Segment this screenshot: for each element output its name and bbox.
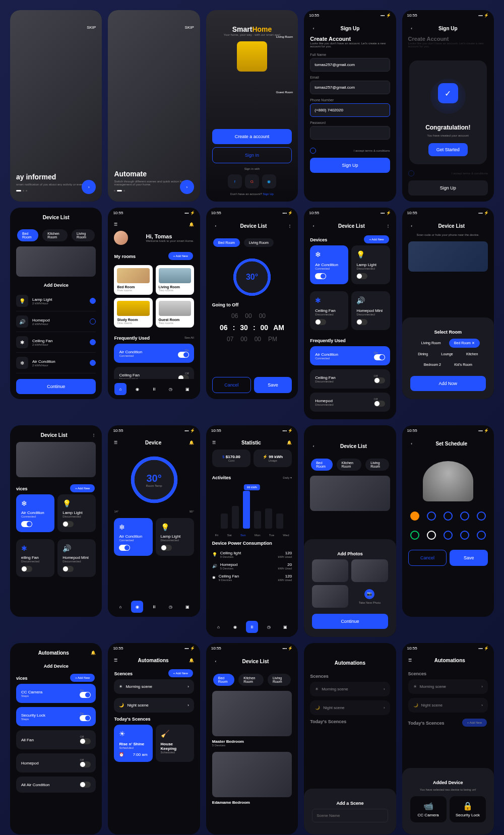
nav-devices[interactable]: ◉ xyxy=(131,601,143,613)
room-pill[interactable]: Lounge xyxy=(436,350,458,358)
nav-home[interactable]: ⌂ xyxy=(114,383,127,395)
device-fan[interactable]: ✱Ceiling Fan2 kWh/Hour xyxy=(16,332,96,353)
toggle[interactable] xyxy=(62,521,74,527)
room-card-study[interactable]: Study RoomOne rooms xyxy=(114,298,152,328)
toggle[interactable] xyxy=(80,715,91,721)
toggle[interactable] xyxy=(161,545,172,551)
toggle[interactable] xyxy=(21,521,32,527)
nav-more[interactable]: ▣ xyxy=(279,621,291,633)
room-pill-active[interactable]: Bed Room ✕ xyxy=(449,339,480,348)
photo-thumb[interactable] xyxy=(351,559,388,582)
tab-kitchen[interactable]: Kitchen Room xyxy=(42,229,68,241)
device-camera[interactable]: CC CameraStepsOn xyxy=(16,684,96,703)
scene-morning[interactable]: ☀Morning scene› xyxy=(310,682,390,696)
radio[interactable] xyxy=(90,339,96,345)
scene-morning[interactable]: ☀Morning scene› xyxy=(114,679,194,694)
name-input[interactable] xyxy=(310,58,390,72)
menu-icon[interactable]: ☰ xyxy=(114,222,117,227)
nav-home[interactable]: ⌂ xyxy=(114,601,127,613)
scene-morning[interactable]: ☀Morning scene› xyxy=(408,679,488,694)
room-card-bed[interactable]: Bed RoomFive rooms xyxy=(114,265,152,295)
device-card-fan[interactable]: ✱eiling FanDisconnected xyxy=(16,539,54,577)
menu-icon[interactable]: ☰ xyxy=(114,658,117,663)
freq-homepod[interactable]: HomepodDisconnectedOff xyxy=(310,393,390,412)
radio[interactable] xyxy=(90,318,96,325)
color-swatch[interactable] xyxy=(460,511,469,521)
room-pill[interactable]: Dining xyxy=(413,350,433,358)
color-swatch[interactable] xyxy=(444,511,453,521)
back-button[interactable]: ‹ xyxy=(310,25,317,32)
tab-bedroom[interactable]: Bed Room xyxy=(213,674,234,686)
device-homepod[interactable]: 🔊Homepod2 kWh/Hour xyxy=(16,311,96,332)
tab-bedroom[interactable]: Bed Room xyxy=(311,459,332,471)
tab-kitchen[interactable]: Kitchen Room xyxy=(337,459,362,471)
tab-bedroom[interactable]: Bed Room xyxy=(17,229,38,241)
device-all-ac[interactable]: All Air Condition xyxy=(16,777,96,793)
device-lock-card[interactable]: 🔒Security Lock xyxy=(450,796,486,822)
bell-icon[interactable]: 🔔 xyxy=(189,658,194,663)
more-icon[interactable]: ⋮ xyxy=(92,433,96,437)
room-card-guest[interactable]: Guest RoomTwo rooms xyxy=(156,298,194,328)
room-image[interactable] xyxy=(212,752,292,797)
signup-button[interactable]: Sign Up xyxy=(310,158,390,173)
device-card-ac[interactable]: ❄Air ConditionConnected xyxy=(310,245,348,284)
time-picker[interactable]: 06:30:00AM xyxy=(212,324,292,332)
room-pill[interactable]: Kid's Room xyxy=(449,360,477,369)
add-new-button[interactable]: + Add New xyxy=(364,235,389,243)
device-card-lamp[interactable]: 💡Lamp LightDisconnected xyxy=(57,494,96,532)
device-camera-card[interactable]: 📹CC Camera xyxy=(410,796,447,822)
device-card-fan[interactable]: ✱Ceiling FanDisconnected xyxy=(310,291,348,330)
scene-card-house[interactable]: 🧹House KeepingScheduled xyxy=(156,725,194,762)
freq-ac[interactable]: Air ConditionConnectedOn xyxy=(114,344,194,363)
add-new-button[interactable]: + Add New xyxy=(168,252,193,260)
nav-stats[interactable]: ⫼ xyxy=(246,621,258,633)
toggle[interactable] xyxy=(178,352,189,358)
toggle[interactable] xyxy=(374,377,385,383)
radio[interactable] xyxy=(90,360,96,366)
color-swatch[interactable] xyxy=(477,531,486,540)
color-swatch[interactable] xyxy=(410,511,419,521)
toggle[interactable] xyxy=(62,566,74,572)
more-icon[interactable]: ⋮ xyxy=(386,224,390,228)
scene-night[interactable]: 🌙Night scene› xyxy=(408,698,488,713)
temp-dial[interactable]: 30°Room Temp xyxy=(129,455,179,505)
toggle[interactable] xyxy=(119,545,130,551)
toggle[interactable] xyxy=(356,273,367,279)
back-button[interactable]: ‹ xyxy=(212,222,219,229)
color-swatch[interactable] xyxy=(427,511,436,521)
toggle[interactable] xyxy=(21,566,32,572)
add-new-button[interactable]: + Add New xyxy=(462,719,487,727)
room-pill[interactable]: Bedroom 2 xyxy=(419,360,446,369)
continue-button[interactable]: Continue xyxy=(312,614,388,629)
password-input[interactable] xyxy=(310,126,390,140)
freq-fan[interactable]: Ceiling FanDisconnectedOff xyxy=(310,369,390,389)
bell-icon[interactable]: 🔔 xyxy=(287,440,292,445)
device-lamp[interactable]: 💡Lamp Light2 kWh/Hour xyxy=(16,291,96,311)
tab-bedroom[interactable]: Bed Room xyxy=(213,238,240,247)
toggle[interactable] xyxy=(374,401,385,407)
add-now-button[interactable]: Add Now xyxy=(410,376,486,391)
nav-devices[interactable]: ◉ xyxy=(131,383,143,395)
get-started-button[interactable]: Get Started xyxy=(428,143,468,156)
twitter-button[interactable]: ◉ xyxy=(262,174,276,188)
menu-icon[interactable]: ☰ xyxy=(212,440,216,445)
skip-link[interactable]: SKIP xyxy=(87,25,96,30)
color-swatch[interactable] xyxy=(460,531,469,540)
toggle[interactable] xyxy=(80,761,91,767)
toggle[interactable] xyxy=(356,319,367,325)
nav-devices[interactable]: ◉ xyxy=(229,621,241,633)
scene-night[interactable]: 🌙Night scene› xyxy=(114,698,194,713)
toggle[interactable] xyxy=(315,319,326,325)
color-swatch[interactable] xyxy=(477,511,486,521)
device-card-lamp[interactable]: 💡Lamp LightDisconnected xyxy=(351,245,390,284)
radio[interactable] xyxy=(90,298,96,304)
email-input[interactable] xyxy=(310,81,390,94)
photo-thumb[interactable] xyxy=(312,585,348,608)
tab-kitchen[interactable]: Kitchen Room xyxy=(238,674,264,686)
device-card-lamp[interactable]: 💡Lamp LightDisconnected xyxy=(156,518,194,556)
see-all-link[interactable]: See All xyxy=(184,336,194,339)
device-ac[interactable]: ❄Air Condition2 kWh/Hour xyxy=(16,353,96,373)
google-button[interactable]: G xyxy=(245,174,259,188)
back-button[interactable]: ‹ xyxy=(408,440,415,447)
nav-stats[interactable]: ⫼ xyxy=(148,601,160,613)
